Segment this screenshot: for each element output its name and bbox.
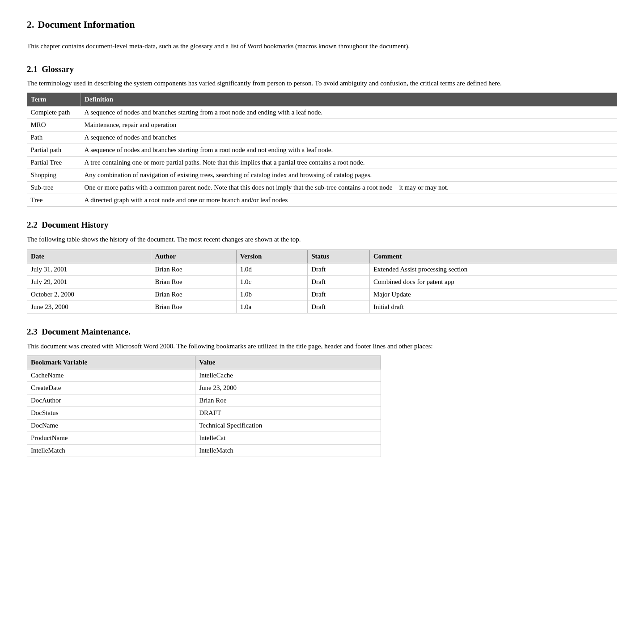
glossary-row: PathA sequence of nodes and branches [27, 131, 617, 144]
glossary-definition: Maintenance, repair and operation [81, 119, 617, 131]
glossary-definition: A directed graph with a root node and on… [81, 194, 617, 207]
history-section-title: 2.2 Document History [27, 219, 617, 231]
chapter-heading: 2. Document Information [27, 18, 617, 37]
maintenance-intro: This document was created with Microsoft… [27, 342, 617, 351]
glossary-col-definition: Definition [81, 93, 617, 106]
history-version: 1.0c [236, 275, 308, 288]
history-status: Draft [308, 275, 370, 288]
glossary-row: Partial pathA sequence of nodes and bran… [27, 144, 617, 157]
glossary-term: Partial Tree [27, 157, 81, 169]
glossary-row: MROMaintenance, repair and operation [27, 119, 617, 131]
glossary-term: Tree [27, 194, 81, 207]
history-row: June 23, 2000Brian Roe1.0aDraftInitial d… [27, 301, 617, 313]
chapter-title: Document Information [38, 18, 135, 32]
history-status: Draft [308, 301, 370, 313]
glossary-definition: A sequence of nodes and branches startin… [81, 106, 617, 119]
history-col-version: Version [236, 250, 308, 263]
history-row: July 31, 2001Brian Roe1.0dDraftExtended … [27, 263, 617, 275]
glossary-definition: A tree containing one or more partial pa… [81, 157, 617, 169]
history-status: Draft [308, 263, 370, 275]
history-date: July 29, 2001 [27, 275, 151, 288]
bookmark-row: IntelleMatchIntelleMatch [27, 444, 381, 457]
glossary-section-title: 2.1 Glossary [27, 64, 617, 76]
bookmark-row: CacheNameIntelleCache [27, 369, 381, 381]
glossary-definition: One or more paths with a common parent n… [81, 182, 617, 194]
glossary-term: Sub-tree [27, 182, 81, 194]
history-intro: The following table shows the history of… [27, 235, 617, 244]
bookmark-value: Brian Roe [195, 394, 381, 407]
glossary-definition: A sequence of nodes and branches [81, 131, 617, 144]
bookmark-value: IntelleMatch [195, 444, 381, 457]
history-col-author: Author [151, 250, 236, 263]
glossary-definition: A sequence of nodes and branches startin… [81, 144, 617, 157]
history-comment: Initial draft [369, 301, 617, 313]
bookmark-value: DRAFT [195, 407, 381, 419]
maintenance-section-title: 2.3 Document Maintenance. [27, 326, 617, 338]
history-comment: Major Update [369, 288, 617, 301]
bookmark-value: IntelleCache [195, 369, 381, 381]
glossary-col-term: Term [27, 93, 81, 106]
glossary-term: Shopping [27, 169, 81, 182]
bookmark-value: Technical Specification [195, 419, 381, 432]
history-date: October 2, 2000 [27, 288, 151, 301]
glossary-row: Sub-treeOne or more paths with a common … [27, 182, 617, 194]
glossary-term: Partial path [27, 144, 81, 157]
history-table: DateAuthorVersionStatusComment July 31, … [27, 250, 617, 314]
glossary-intro: The terminology used in describing the s… [27, 79, 617, 88]
bookmark-value: IntelleCat [195, 432, 381, 444]
history-version: 1.0b [236, 288, 308, 301]
bookmark-variable: DocAuthor [27, 394, 195, 407]
glossary-table: Term Definition Complete pathA sequence … [27, 93, 617, 207]
bookmark-row: DocStatusDRAFT [27, 407, 381, 419]
glossary-row: TreeA directed graph with a root node an… [27, 194, 617, 207]
bookmark-col-bookmark-variable: Bookmark Variable [27, 356, 195, 369]
bookmark-variable: DocName [27, 419, 195, 432]
bookmark-variable: CacheName [27, 369, 195, 381]
bookmark-variable: ProductName [27, 432, 195, 444]
glossary-term: Path [27, 131, 81, 144]
bookmark-value: June 23, 2000 [195, 381, 381, 394]
history-col-date: Date [27, 250, 151, 263]
chapter-intro: This chapter contains document-level met… [27, 42, 617, 51]
history-version: 1.0a [236, 301, 308, 313]
bookmark-col-value: Value [195, 356, 381, 369]
bookmark-row: DocAuthorBrian Roe [27, 394, 381, 407]
bookmark-table: Bookmark VariableValue CacheNameIntelleC… [27, 356, 381, 457]
history-author: Brian Roe [151, 288, 236, 301]
history-author: Brian Roe [151, 301, 236, 313]
glossary-term: MRO [27, 119, 81, 131]
glossary-row: Complete pathA sequence of nodes and bra… [27, 106, 617, 119]
bookmark-variable: DocStatus [27, 407, 195, 419]
bookmark-variable: CreateDate [27, 381, 195, 394]
history-comment: Extended Assist processing section [369, 263, 617, 275]
history-version: 1.0d [236, 263, 308, 275]
glossary-row: Partial TreeA tree containing one or mor… [27, 157, 617, 169]
history-row: October 2, 2000Brian Roe1.0bDraftMajor U… [27, 288, 617, 301]
history-comment: Combined docs for patent app [369, 275, 617, 288]
history-col-status: Status [308, 250, 370, 263]
bookmark-row: ProductNameIntelleCat [27, 432, 381, 444]
history-col-comment: Comment [369, 250, 617, 263]
history-author: Brian Roe [151, 263, 236, 275]
chapter-number: 2. [27, 18, 34, 32]
glossary-definition: Any combination of navigation of existin… [81, 169, 617, 182]
bookmark-row: CreateDateJune 23, 2000 [27, 381, 381, 394]
glossary-row: ShoppingAny combination of navigation of… [27, 169, 617, 182]
history-date: June 23, 2000 [27, 301, 151, 313]
history-status: Draft [308, 288, 370, 301]
glossary-term: Complete path [27, 106, 81, 119]
history-date: July 31, 2001 [27, 263, 151, 275]
history-row: July 29, 2001Brian Roe1.0cDraftCombined … [27, 275, 617, 288]
history-author: Brian Roe [151, 275, 236, 288]
bookmark-row: DocNameTechnical Specification [27, 419, 381, 432]
bookmark-variable: IntelleMatch [27, 444, 195, 457]
